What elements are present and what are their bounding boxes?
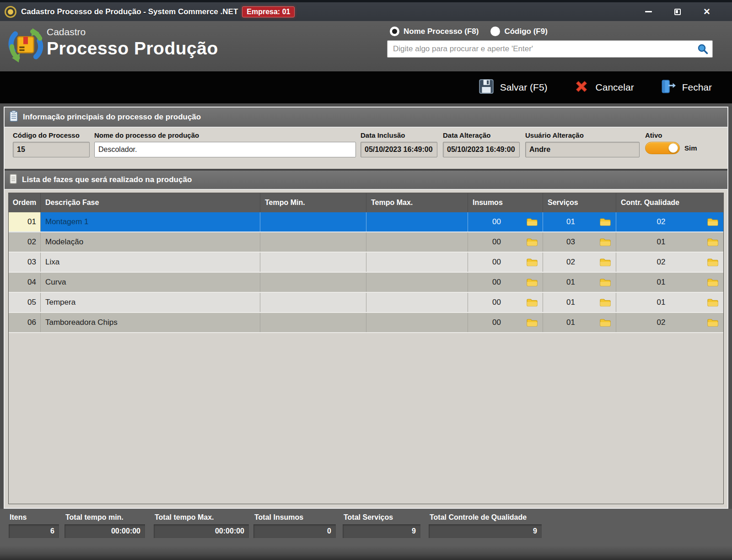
cell-descricao-fase: Tamboreadora Chips — [41, 313, 260, 332]
folder-icon[interactable] — [706, 278, 720, 287]
totals-footer: Itens 6 Total tempo min. 00:00:00 Total … — [0, 509, 732, 560]
cell-insumos: 00 — [468, 273, 543, 292]
stat-total-tempo-min: Total tempo min. 00:00:00 — [64, 513, 145, 538]
ativo-state: Sim — [684, 144, 697, 152]
table-header: Ordem Descrição Fase Tempo Min. Tempo Ma… — [9, 193, 723, 212]
cell-contr-qualidade: 02 — [616, 212, 723, 232]
col-header-tempo-min: Tempo Min. — [260, 193, 366, 212]
cell-tempo-max — [366, 313, 468, 332]
table-row[interactable]: 01Montagem 1000102 — [9, 212, 723, 232]
radio-codigo[interactable]: Código (F9) — [490, 27, 547, 36]
cell-descricao-fase: Modelação — [41, 232, 260, 252]
folder-icon[interactable] — [525, 278, 539, 287]
stat-tempo-max-value: 00:00:00 — [153, 524, 249, 538]
folder-icon[interactable] — [598, 298, 612, 307]
stat-tempo-max-label: Total tempo Max. — [155, 513, 249, 522]
cell-tempo-min — [260, 293, 366, 312]
grid-empty-area — [9, 333, 723, 504]
folder-icon[interactable] — [706, 298, 720, 307]
cell-insumos: 00 — [468, 313, 543, 332]
table-row[interactable]: 06Tamboreadora Chips000102 — [9, 313, 723, 333]
cell-servicos: 01 — [543, 273, 616, 292]
ativo-toggle[interactable] — [645, 142, 680, 154]
cell-servicos: 01 — [543, 313, 616, 332]
search-input[interactable] — [393, 44, 697, 54]
phases-grid: Ordem Descrição Fase Tempo Min. Tempo Ma… — [8, 193, 724, 504]
save-button[interactable]: Salvar (F5) — [466, 71, 560, 103]
table-row[interactable]: 03Lixa000202 — [9, 253, 723, 273]
folder-icon[interactable] — [706, 238, 720, 247]
radio-nome-label: Nome Processo (F8) — [404, 27, 479, 36]
folder-icon[interactable] — [525, 238, 539, 247]
save-icon — [479, 79, 494, 97]
stat-controle-value: 9 — [428, 524, 542, 538]
window-title: Cadastro Processo de Produção - System C… — [21, 7, 238, 16]
info-section-header: Informação principais do processo de pro… — [5, 108, 727, 128]
cell-tempo-max — [366, 293, 468, 312]
close-label: Fechar — [682, 82, 712, 93]
maximize-button[interactable] — [673, 7, 683, 17]
radio-unselected-icon[interactable] — [490, 27, 500, 36]
folder-icon[interactable] — [525, 298, 539, 307]
folder-icon[interactable] — [525, 218, 539, 226]
cell-ordem: 02 — [9, 232, 41, 252]
stat-itens-label: Itens — [10, 513, 59, 522]
folder-icon[interactable] — [598, 278, 612, 287]
page-title: Processo Produção — [47, 38, 218, 59]
cancel-button[interactable]: Cancelar — [560, 71, 647, 103]
cell-ordem: 06 — [9, 313, 41, 332]
search-icon[interactable] — [697, 43, 709, 55]
search-box — [387, 40, 713, 58]
folder-icon[interactable] — [598, 318, 612, 327]
stat-tempo-min-value: 00:00:00 — [64, 524, 145, 538]
usuario-alteracao-label: Usuário Alteração — [525, 131, 640, 139]
folder-icon[interactable] — [598, 218, 612, 226]
save-label: Salvar (F5) — [500, 82, 548, 93]
info-section-title: Informação principais do processo de pro… — [23, 113, 201, 122]
folder-icon[interactable] — [598, 258, 612, 267]
folder-icon[interactable] — [525, 318, 539, 327]
grid-rows: 01Montagem 100010202Modelação00030103Lix… — [9, 212, 723, 333]
list-section-title: Lista de fazes que será realizado na pro… — [22, 175, 192, 184]
codigo-value: 15 — [13, 142, 90, 157]
stat-tempo-min-label: Total tempo min. — [65, 513, 145, 522]
folder-icon[interactable] — [706, 318, 720, 327]
data-alteracao-value: 05/10/2023 16:49:00 — [443, 142, 520, 157]
header: Cadastro Processo Produção Nome Processo… — [0, 21, 732, 71]
col-header-servicos: Serviços — [543, 193, 616, 212]
cell-descricao-fase: Curva — [41, 273, 260, 292]
cell-insumos: 00 — [468, 212, 543, 232]
folder-icon[interactable] — [525, 258, 539, 267]
content-panel: Informação principais do processo de pro… — [4, 107, 728, 509]
folder-icon[interactable] — [598, 238, 612, 247]
field-usuario-alteracao: Usuário Alteração Andre — [525, 131, 640, 157]
field-data-inclusao: Data Inclusão 05/10/2023 16:49:00 — [361, 131, 437, 157]
close-button[interactable]: Fechar — [647, 71, 725, 103]
field-ativo: Ativo Sim — [645, 131, 697, 154]
table-row[interactable]: 05Tempera000101 — [9, 293, 723, 313]
close-window-button[interactable]: ✕ — [702, 7, 712, 17]
stat-total-servicos: Total Serviços 9 — [342, 513, 421, 538]
folder-icon[interactable] — [706, 258, 720, 267]
codigo-label: Código do Processo — [13, 131, 90, 139]
data-alteracao-label: Data Alteração — [443, 131, 520, 139]
stat-total-tempo-max: Total tempo Max. 00:00:00 — [153, 513, 249, 538]
folder-icon[interactable] — [706, 218, 720, 226]
cell-servicos: 01 — [543, 293, 616, 312]
cell-servicos: 03 — [543, 232, 616, 252]
table-row[interactable]: 02Modelação000301 — [9, 232, 723, 253]
radio-nome-processo[interactable]: Nome Processo (F8) — [390, 27, 479, 36]
nome-processo-input[interactable] — [98, 145, 352, 154]
table-row[interactable]: 04Curva000101 — [9, 273, 723, 293]
cell-tempo-min — [260, 232, 366, 252]
radio-selected-icon[interactable] — [390, 27, 399, 36]
search-mode-radios: Nome Processo (F8) Código (F9) — [390, 27, 713, 36]
cell-servicos: 01 — [543, 212, 616, 232]
cell-contr-qualidade: 01 — [616, 232, 723, 252]
app-window: Cadastro Processo de Produção - System C… — [0, 0, 732, 560]
cell-insumos: 00 — [468, 253, 543, 272]
cell-ordem: 05 — [9, 293, 41, 312]
info-fields: Código do Processo 15 Nome do processo d… — [5, 128, 727, 169]
cancel-label: Cancelar — [596, 82, 634, 93]
minimize-button[interactable] — [643, 7, 653, 17]
